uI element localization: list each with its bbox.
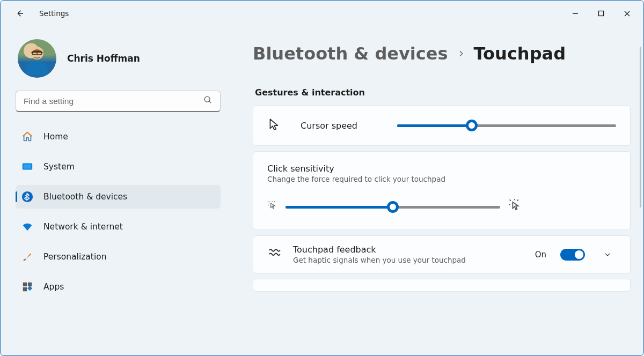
svg-rect-8: [24, 164, 32, 168]
sidebar-item-label: Home: [43, 132, 68, 142]
sidebar-item-system[interactable]: System: [16, 155, 221, 179]
haptic-icon: [267, 246, 283, 264]
svg-rect-1: [599, 11, 604, 16]
sidebar-item-home[interactable]: Home: [16, 125, 221, 149]
nav-list: Home System Bluetooth & devices Network …: [16, 125, 221, 299]
sidebar-item-network[interactable]: Network & internet: [16, 215, 221, 239]
chevron-right-icon: [457, 47, 465, 61]
bluetooth-icon: [21, 190, 34, 203]
click-sensitivity-slider[interactable]: [286, 201, 500, 213]
maximize-button[interactable]: [589, 5, 613, 22]
user-name: Chris Hoffman: [67, 53, 140, 64]
click-heavy-icon: [508, 198, 523, 216]
feedback-subtitle: Get haptic signals when you use your tou…: [293, 256, 525, 264]
svg-rect-12: [23, 287, 27, 291]
sidebar-item-apps[interactable]: Apps: [16, 275, 221, 299]
profile[interactable]: Chris Hoffman: [16, 31, 221, 91]
app-title: Settings: [39, 9, 69, 18]
main-content: Bluetooth & devices Touchpad Gestures & …: [231, 26, 643, 355]
title-bar: Settings: [1, 1, 643, 26]
search-input[interactable]: [24, 97, 203, 106]
feedback-toggle[interactable]: [560, 249, 585, 261]
sidebar-item-label: Apps: [43, 282, 64, 292]
sidebar: Chris Hoffman Home System: [1, 26, 231, 355]
breadcrumb: Bluetooth & devices Touchpad: [253, 43, 631, 64]
brush-icon: [21, 250, 34, 263]
click-sensitivity-subtitle: Change the force required to click your …: [267, 175, 616, 183]
expand-button[interactable]: [599, 246, 616, 263]
apps-icon: [21, 280, 34, 293]
sidebar-item-label: System: [43, 162, 75, 172]
click-light-icon: [267, 201, 278, 213]
svg-rect-10: [23, 283, 27, 286]
feedback-title: Touchpad feedback: [293, 244, 525, 255]
click-sensitivity-title: Click sensitivity: [267, 164, 616, 174]
back-button[interactable]: [11, 5, 28, 22]
card-click-sensitivity: Click sensitivity Change the force requi…: [253, 151, 631, 230]
section-gestures-title: Gestures & interaction: [255, 87, 631, 98]
cursor-speed-slider[interactable]: [397, 120, 616, 131]
sidebar-item-label: Network & internet: [43, 222, 123, 232]
sidebar-item-personalization[interactable]: Personalization: [16, 245, 221, 269]
svg-point-5: [204, 97, 210, 102]
breadcrumb-current: Touchpad: [474, 43, 566, 64]
window-controls: [563, 5, 639, 22]
card-next: [253, 279, 631, 292]
system-icon: [21, 160, 34, 173]
search-box[interactable]: [16, 91, 221, 112]
sidebar-item-bluetooth-devices[interactable]: Bluetooth & devices: [16, 185, 221, 209]
card-cursor-speed: Cursor speed: [253, 105, 631, 146]
svg-line-6: [209, 101, 211, 103]
card-touchpad-feedback: Touchpad feedback Get haptic signals whe…: [253, 235, 631, 273]
scrollbar[interactable]: [640, 47, 641, 207]
sidebar-item-label: Bluetooth & devices: [43, 192, 127, 202]
feedback-state-label: On: [535, 250, 546, 259]
close-button[interactable]: [614, 5, 639, 22]
svg-rect-11: [28, 283, 32, 286]
home-icon: [21, 130, 34, 143]
wifi-icon: [21, 220, 34, 233]
avatar: [18, 39, 56, 78]
cursor-icon: [267, 117, 281, 134]
breadcrumb-parent[interactable]: Bluetooth & devices: [253, 43, 448, 64]
minimize-button[interactable]: [563, 5, 588, 22]
search-icon: [203, 95, 213, 107]
sidebar-item-label: Personalization: [43, 252, 107, 262]
cursor-speed-label: Cursor speed: [301, 121, 381, 131]
